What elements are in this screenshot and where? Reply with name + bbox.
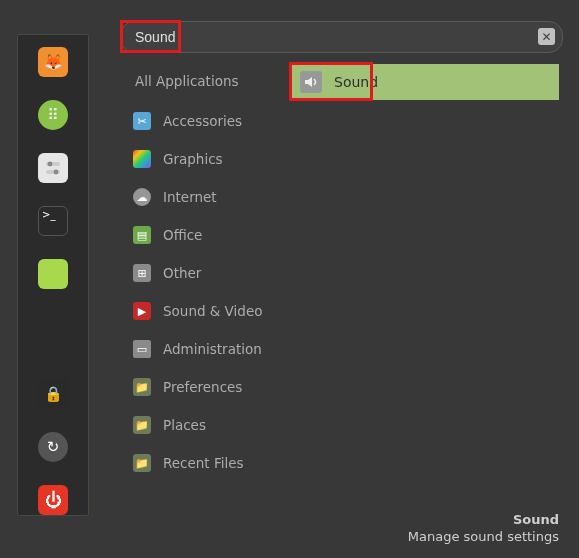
firefox-icon[interactable]: 🦊 [38,47,68,77]
search-row: ✕ [120,21,563,53]
results-list: Sound [291,64,559,100]
category-preferences[interactable]: 📁 Preferences [133,376,288,398]
category-label: Administration [163,341,262,357]
terminal-icon[interactable]: >_ [38,206,68,236]
folder-icon: 📁 [133,454,151,472]
category-label: Sound & Video [163,303,262,319]
category-recent-files[interactable]: 📁 Recent Files [133,452,288,474]
category-accessories[interactable]: ✂ Accessories [133,110,288,132]
category-label: Accessories [163,113,242,129]
folder-icon: 📁 [133,416,151,434]
footer-description: Manage sound settings [408,529,559,544]
files-icon[interactable] [38,259,68,289]
svg-point-3 [54,170,59,175]
category-administration[interactable]: ▭ Administration [133,338,288,360]
clear-search-icon[interactable]: ✕ [538,28,555,45]
category-label: Preferences [163,379,242,395]
footer-title: Sound [408,512,559,527]
category-sound-video[interactable]: ▶ Sound & Video [133,300,288,322]
app-description-footer: Sound Manage sound settings [408,512,559,544]
lock-icon[interactable]: 🔒 [38,379,68,409]
play-icon: ▶ [133,302,151,320]
category-label: All Applications [135,73,239,89]
power-icon[interactable]: ⏻ [38,485,68,515]
category-other[interactable]: ⊞ Other [133,262,288,284]
category-label: Graphics [163,151,223,167]
folder-icon: 📁 [133,378,151,396]
document-icon: ▤ [133,226,151,244]
logout-icon[interactable]: ↻ [38,432,68,462]
category-graphics[interactable]: Graphics [133,148,288,170]
category-internet[interactable]: ☁ Internet [133,186,288,208]
palette-icon [133,150,151,168]
result-sound[interactable]: Sound [291,64,559,100]
cloud-icon: ☁ [133,188,151,206]
category-label: Internet [163,189,217,205]
svg-point-1 [48,162,53,167]
category-label: Other [163,265,201,281]
grid-icon: ⊞ [133,264,151,282]
category-label: Office [163,227,202,243]
category-places[interactable]: 📁 Places [133,414,288,436]
category-all-applications[interactable]: All Applications [133,70,288,92]
search-input[interactable] [120,21,563,53]
result-label: Sound [334,74,378,90]
apps-grid-icon[interactable]: ⠿ [38,100,68,130]
category-label: Places [163,417,206,433]
favorites-sidebar: 🦊 ⠿ >_ 🔒 ↻ ⏻ [17,34,89,516]
categories-list: All Applications ✂ Accessories Graphics … [133,70,288,474]
settings-icon[interactable] [38,153,68,183]
admin-icon: ▭ [133,340,151,358]
category-label: Recent Files [163,455,244,471]
speaker-icon [300,71,322,93]
category-office[interactable]: ▤ Office [133,224,288,246]
scissors-icon: ✂ [133,112,151,130]
